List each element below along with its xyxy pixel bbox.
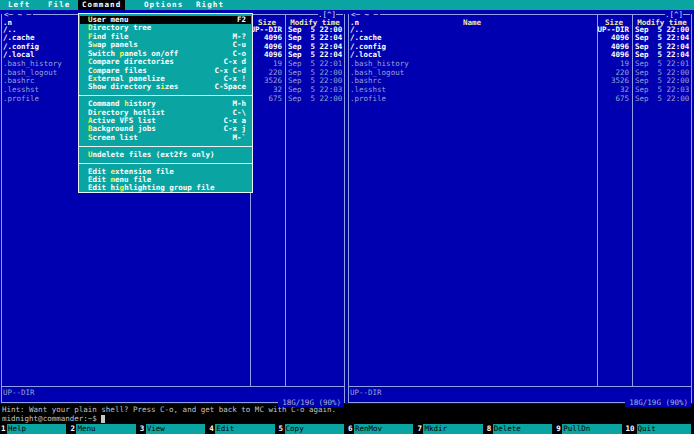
menu-item-label: Show directory sizes [88, 83, 178, 91]
menubar-item-left[interactable]: Left [4, 0, 34, 10]
disk-usage: 18G/19G (90%) [278, 398, 344, 407]
prompt-text: midnight@commander:~$ [2, 414, 97, 423]
file-size: 675 [596, 95, 629, 104]
panel-updir-button[interactable]: .[^] [665, 10, 683, 19]
fkey-number: 4 [209, 424, 214, 434]
fkey-button-help[interactable]: Help [7, 424, 66, 434]
fkey-button-quit[interactable]: Quit [637, 424, 691, 434]
mini-status-separator [2, 386, 344, 387]
fkey-button-pulldn[interactable]: PullDn [562, 424, 621, 434]
menu-item[interactable]: Edit highlighting group file [80, 184, 251, 192]
menu-item-label-post: zes [165, 82, 179, 91]
menubar-item-options[interactable]: Options [140, 0, 187, 10]
file-name: .profile [350, 95, 386, 104]
menu-item[interactable]: Screen listM-` [80, 134, 251, 142]
panel-path[interactable]: <─ ~ ─ [2, 10, 33, 19]
fkey-button-renmov[interactable]: RenMov [354, 424, 413, 434]
panel-border [349, 14, 690, 15]
menu-item-label-post: hlighting group file [124, 183, 214, 192]
fkey-number: 10 [626, 424, 635, 434]
file-mtime: Sep 5 22:00 [635, 95, 689, 104]
file-mtime: Sep 5 22:00 [288, 95, 342, 104]
menu-item-label: Undelete files (ext2fs only) [88, 151, 214, 159]
menu-item-label: Screen list [88, 134, 138, 142]
fkey-number: 8 [487, 424, 492, 434]
menu-item-label-post: creen list [93, 133, 138, 142]
file-row[interactable]: .profile675Sep 5 22:00 [347, 95, 694, 104]
menu-item-shortcut: C-Space [214, 83, 246, 91]
command-prompt[interactable]: midnight@commander:~$ [0, 414, 694, 424]
menu-separator [79, 163, 252, 164]
file-panel-right[interactable]: <─ ~ ─.[^].nNameSizeModify time/..UP--DI… [347, 10, 694, 404]
panel-path[interactable]: <─ ~ ─ [349, 10, 380, 19]
menu-bar: LeftFileCommandOptionsRight [0, 0, 694, 10]
command-menu-dropdown: User menuF2Directory treeFind fileM-?Swa… [78, 13, 253, 193]
midnight-commander-screen: LeftFileCommandOptionsRight <─ ~ ─.[^].n… [0, 0, 694, 434]
mini-status: UP--DIR [350, 388, 382, 397]
disk-usage: 18G/19G (90%) [625, 398, 691, 407]
menu-item[interactable]: Undelete files (ext2fs only) [80, 151, 251, 159]
menu-item-label-pre: Show directory s [88, 82, 160, 91]
fkey-button-delete[interactable]: Delete [493, 424, 552, 434]
panel-updir-button[interactable]: .[^] [318, 10, 336, 19]
menu-item-label: Edit highlighting group file [88, 184, 214, 192]
fkey-button-edit[interactable]: Edit [215, 424, 274, 434]
menu-item-shortcut: M-` [232, 134, 246, 142]
menu-separator [79, 146, 252, 147]
fkey-button-mkdir[interactable]: Mkdir [423, 424, 482, 434]
fkey-number: 5 [279, 424, 284, 434]
menu-separator [79, 95, 252, 96]
menubar-item-right[interactable]: Right [192, 0, 228, 10]
fkey-number: 7 [417, 424, 422, 434]
fkey-button-view[interactable]: View [146, 424, 205, 434]
fkey-number: 6 [348, 424, 353, 434]
fkey-number: 2 [70, 424, 75, 434]
fkey-button-copy[interactable]: Copy [285, 424, 344, 434]
mini-status: UP--DIR [3, 388, 35, 397]
menu-item[interactable]: Show directory sizesC-Space [80, 83, 251, 91]
menu-item-label-post: ndelete files (ext2fs only) [93, 150, 215, 159]
menu-item-label-pre: Edit hi [88, 183, 120, 192]
fkey-number: 1 [1, 424, 6, 434]
mini-status-separator [349, 386, 691, 387]
hint-line: Hint: Want your plain shell? Press C-o, … [0, 405, 694, 414]
text-cursor [101, 415, 106, 423]
menubar-item-command[interactable]: Command [78, 0, 125, 10]
function-key-bar: 1Help2Menu3View4Edit5Copy6RenMov7Mkdir8D… [0, 424, 694, 434]
file-name: .profile [3, 95, 39, 104]
fkey-number: 3 [140, 424, 145, 434]
menu-item-shortcut: F2 [237, 16, 246, 24]
menubar-item-file[interactable]: File [44, 0, 74, 10]
fkey-number: 9 [556, 424, 561, 434]
file-size: 675 [249, 95, 282, 104]
fkey-button-menu[interactable]: Menu [76, 424, 135, 434]
